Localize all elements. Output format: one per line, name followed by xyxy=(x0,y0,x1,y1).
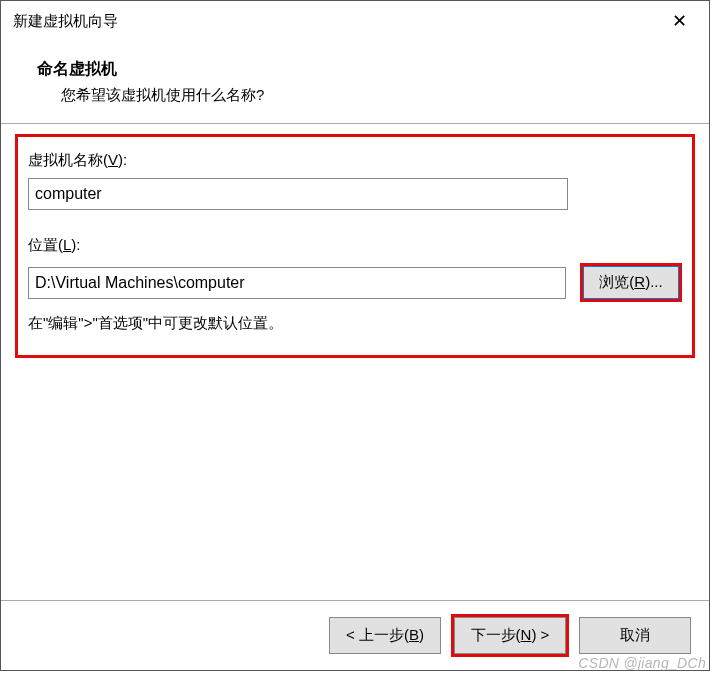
window-title: 新建虚拟机向导 xyxy=(13,12,118,31)
close-icon[interactable]: ✕ xyxy=(662,6,697,36)
location-label: 位置(L): xyxy=(28,236,682,255)
location-row: 浏览(R)... xyxy=(28,263,682,302)
wizard-window: 新建虚拟机向导 ✕ 命名虚拟机 您希望该虚拟机使用什么名称? 虚拟机名称(V):… xyxy=(0,0,710,671)
vm-name-label: 虚拟机名称(V): xyxy=(28,151,682,170)
titlebar: 新建虚拟机向导 ✕ xyxy=(1,1,709,41)
location-input[interactable] xyxy=(28,267,566,299)
form-highlight: 虚拟机名称(V): 位置(L): 浏览(R)... 在"编辑">"首选项"中可更… xyxy=(15,134,695,358)
wizard-header: 命名虚拟机 您希望该虚拟机使用什么名称? xyxy=(1,41,709,124)
browse-highlight: 浏览(R)... xyxy=(580,263,682,302)
browse-button[interactable]: 浏览(R)... xyxy=(583,266,679,299)
next-highlight: 下一步(N) > xyxy=(451,614,569,657)
footer: < 上一步(B) 下一步(N) > 取消 xyxy=(1,600,709,670)
header-subtitle: 您希望该虚拟机使用什么名称? xyxy=(37,86,697,105)
content-area: 虚拟机名称(V): 位置(L): 浏览(R)... 在"编辑">"首选项"中可更… xyxy=(1,124,709,600)
cancel-button[interactable]: 取消 xyxy=(579,617,691,654)
next-button[interactable]: 下一步(N) > xyxy=(454,617,566,654)
header-title: 命名虚拟机 xyxy=(37,59,697,80)
back-button[interactable]: < 上一步(B) xyxy=(329,617,441,654)
vm-name-input[interactable] xyxy=(28,178,568,210)
hint-text: 在"编辑">"首选项"中可更改默认位置。 xyxy=(28,314,682,333)
